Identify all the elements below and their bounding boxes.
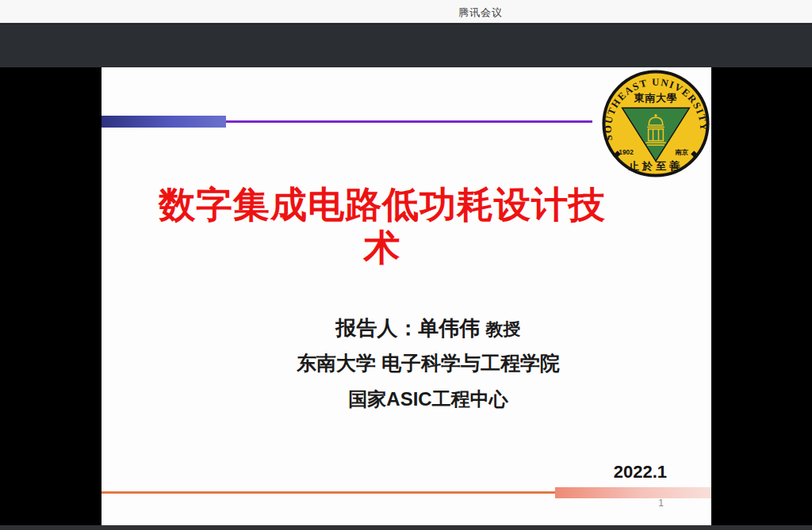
presenter-name: 报告人：单伟伟 xyxy=(335,316,480,340)
slide-date: 2022.1 xyxy=(614,462,667,482)
meeting-window: 腾讯会议 SOUTHEAST UNIVERSITY 東南大學 xyxy=(0,0,812,530)
header-accent-line xyxy=(226,120,592,123)
footer-accent-line xyxy=(102,491,555,494)
window-title: 腾讯会议 xyxy=(458,6,503,20)
meeting-toolbar[interactable] xyxy=(0,23,812,67)
seal-year: 1902 xyxy=(619,148,634,156)
seal-motto: 止於至善 xyxy=(629,159,684,172)
university-seal-logo: SOUTHEAST UNIVERSITY 東南大學 1902 南京 xyxy=(601,69,710,178)
seal-text-cn: 東南大學 xyxy=(633,92,677,104)
seal-city: 南京 xyxy=(675,148,688,156)
footer-accent-bar xyxy=(555,487,711,498)
page-number: 1 xyxy=(658,498,664,509)
presentation-stage: SOUTHEAST UNIVERSITY 東南大學 1902 南京 xyxy=(0,67,812,525)
slide-title: 数字集成电路低功耗设计技术 xyxy=(144,183,620,269)
window-titlebar[interactable]: 腾讯会议 xyxy=(0,0,812,23)
bottom-strip xyxy=(0,525,812,530)
presenter-line-2: 东南大学 电子科学与工程学院 xyxy=(190,350,666,376)
presenter-line-3: 国家ASIC工程中心 xyxy=(190,387,666,412)
slide: SOUTHEAST UNIVERSITY 東南大學 1902 南京 xyxy=(102,67,711,525)
header-accent-bar xyxy=(102,116,226,128)
presenter-line-1: 报告人：单伟伟 教授 xyxy=(190,315,666,342)
presenter-title: 教授 xyxy=(486,319,521,339)
